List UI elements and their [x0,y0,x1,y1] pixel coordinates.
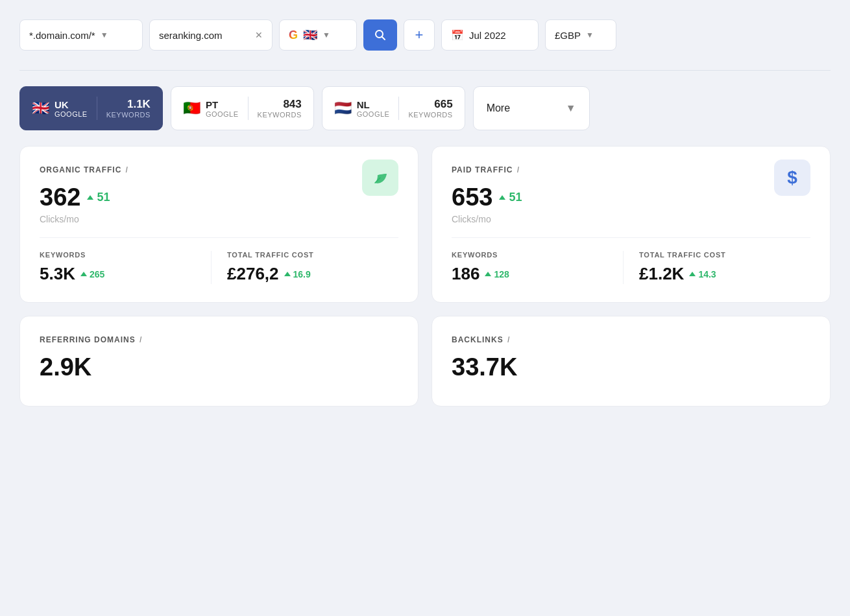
pt-tab-num: 843 [283,98,301,111]
organic-card-divider [40,237,398,238]
nl-tab-divider [398,97,399,120]
uk-tab-kw-label: KEYWORDS [106,111,151,119]
toolbar: *.domain.com/* ▼ seranking.com ✕ G 🇬🇧 ▼ … [19,19,831,51]
pt-tab-divider [248,97,249,120]
paid-kw-label: KEYWORDS [452,251,623,259]
paid-kw-delta: 128 [485,269,509,279]
dollar-icon: $ [787,167,797,188]
nl-tab-info: NL GOOGLE [357,99,390,118]
site-value: seranking.com [159,30,223,41]
organic-traffic-card: ORGANIC TRAFFIC i 362 51 Clicks/mo [19,146,419,303]
organic-cost-delta-num: 16.9 [293,269,311,279]
date-selector[interactable]: 📅 Jul 2022 [441,19,539,51]
main-cards-grid: ORGANIC TRAFFIC i 362 51 Clicks/mo [19,146,831,303]
nl-tab-count: 665 KEYWORDS [408,98,452,119]
site-selector[interactable]: seranking.com ✕ [149,19,273,51]
site-close-icon[interactable]: ✕ [255,30,263,40]
paid-icon-bubble: $ [774,160,810,196]
paid-arrow-up-icon [499,195,505,200]
main-container: *.domain.com/* ▼ seranking.com ✕ G 🇬🇧 ▼ … [19,19,831,407]
paid-cost-arrow-icon [689,272,696,276]
tab-uk[interactable]: 🇬🇧 UK GOOGLE 1.1K KEYWORDS [19,86,163,130]
referring-num: 2.9K [40,353,91,381]
pt-flag-icon: 🇵🇹 [183,100,200,117]
organic-info-icon[interactable]: i [125,165,128,174]
search-button[interactable] [363,19,397,51]
paid-cost-value: £1.2K [639,264,684,284]
search-icon [374,29,387,41]
organic-value: 362 [40,184,80,211]
tab-nl[interactable]: 🇳🇱 NL GOOGLE 665 KEYWORDS [322,86,465,130]
paid-main-value: 653 51 [452,184,774,211]
backlinks-title: BACKLINKS [452,335,504,344]
paid-title: PAID TRAFFIC [452,165,513,174]
organic-main-value: 362 51 [40,184,362,211]
pt-tab-engine: GOOGLE [206,110,239,118]
organic-metrics: KEYWORDS 5.3K 265 TOTAL TRAFFIC COST £27… [40,251,398,284]
paid-info-icon[interactable]: i [516,165,520,174]
nl-flag-icon: 🇳🇱 [334,100,352,117]
calendar-icon: 📅 [451,29,464,41]
organic-title: ORGANIC TRAFFIC [40,165,121,174]
paid-cost-delta: 14.3 [689,269,716,279]
paid-sub-label: Clicks/mo [452,214,774,224]
backlinks-value: 33.7K [452,353,810,381]
uk-tab-name: UK [55,99,88,110]
nl-tab-num: 665 [434,98,452,111]
organic-cost-value-row: £276,2 16.9 [227,264,398,284]
backlinks-info-icon[interactable]: i [507,335,511,344]
backlinks-num: 33.7K [452,353,517,381]
pt-tab-info: PT GOOGLE [206,99,239,118]
nl-tab-name: NL [357,99,390,110]
uk-flag-icon: 🇬🇧 [303,28,317,42]
organic-title-row: ORGANIC TRAFFIC i [40,165,362,174]
paid-value: 653 [452,184,492,211]
referring-info-icon[interactable]: i [140,335,143,344]
paid-cost-delta-num: 14.3 [698,269,716,279]
uk-flag-icon: 🇬🇧 [32,100,49,117]
uk-tab-info: UK GOOGLE [55,99,88,118]
organic-cost-metric: TOTAL TRAFFIC COST £276,2 16.9 [211,251,398,284]
organic-kw-delta-num: 265 [90,269,104,279]
organic-kw-label: KEYWORDS [40,251,211,259]
paid-metrics: KEYWORDS 186 128 TOTAL TRAFFIC COST £1.2… [452,251,810,284]
currency-value: £GBP [555,30,581,41]
uk-tab-divider [97,97,97,120]
more-dropdown[interactable]: More ▼ [473,86,590,130]
referring-title-row: REFERRING DOMAINS i [40,335,398,344]
paid-keywords-metric: KEYWORDS 186 128 [452,251,623,284]
country-tabs: 🇬🇧 UK GOOGLE 1.1K KEYWORDS 🇵🇹 PT GOOGLE … [19,86,831,130]
tab-pt[interactable]: 🇵🇹 PT GOOGLE 843 KEYWORDS [171,86,314,130]
add-button[interactable]: + [404,19,435,51]
divider [19,70,831,71]
svg-line-1 [382,37,385,40]
organic-kw-arrow-icon [80,272,87,276]
organic-cost-delta: 16.9 [284,269,311,279]
organic-content: ORGANIC TRAFFIC i 362 51 Clicks/mo [40,165,362,237]
organic-kw-value-row: 5.3K 265 [40,264,211,284]
nl-tab-engine: GOOGLE [357,110,390,118]
organic-arrow-up-icon [87,195,93,200]
nl-tab-kw-label: KEYWORDS [408,111,452,119]
organic-kw-delta: 265 [80,269,104,279]
organic-cost-label: TOTAL TRAFFIC COST [227,251,398,259]
engine-selector[interactable]: G 🇬🇧 ▼ [279,19,357,51]
currency-selector[interactable]: £GBP ▼ [545,19,616,51]
pt-tab-kw-label: KEYWORDS [258,111,302,119]
more-label: More [487,102,510,114]
more-chevron-icon: ▼ [566,102,576,114]
paid-cost-value-row: £1.2K 14.3 [639,264,810,284]
pt-tab-name: PT [206,99,239,110]
domain-value: *.domain.com/* [29,30,95,41]
paid-kw-delta-num: 128 [494,269,509,279]
paid-card-divider [452,237,810,238]
domain-selector[interactable]: *.domain.com/* ▼ [19,19,143,51]
organic-delta-num: 51 [97,191,110,204]
paid-kw-arrow-icon [485,272,491,276]
pt-tab-count: 843 KEYWORDS [258,98,302,119]
organic-sub-label: Clicks/mo [40,214,362,224]
uk-tab-num: 1.1K [127,98,151,111]
bottom-cards: REFERRING DOMAINS i 2.9K BACKLINKS i 33.… [19,316,831,407]
referring-value: 2.9K [40,353,398,381]
referring-title: REFERRING DOMAINS [40,335,136,344]
